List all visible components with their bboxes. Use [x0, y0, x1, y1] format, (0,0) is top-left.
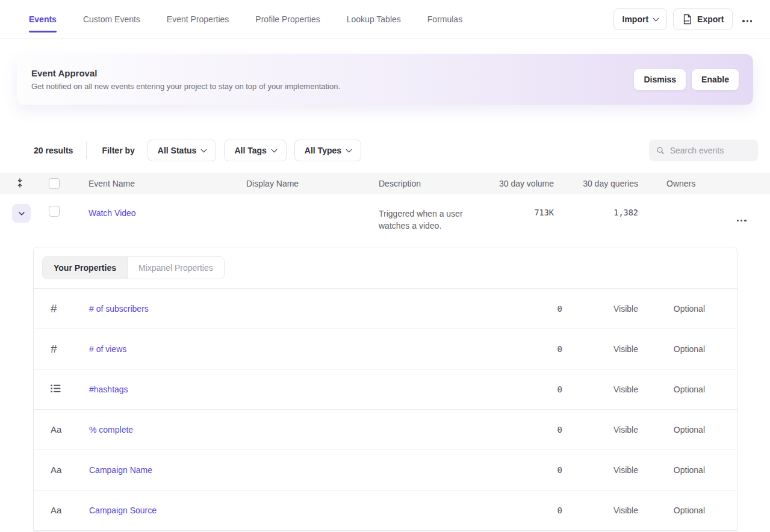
export-button[interactable]: csv Export — [673, 8, 733, 30]
search-input[interactable] — [670, 146, 751, 155]
svg-text:csv: csv — [685, 19, 690, 22]
property-visibility[interactable]: Visible — [562, 344, 638, 354]
chevron-down-icon — [346, 146, 352, 152]
ellipsis-icon — [737, 220, 747, 221]
vertical-divider — [86, 142, 87, 159]
property-requirement[interactable]: Optional — [638, 506, 705, 515]
import-label: Import — [623, 14, 649, 24]
tab-label: Lookup Tables — [347, 14, 401, 24]
tab-custom-events[interactable]: Custom Events — [83, 0, 140, 39]
tab-label: Custom Events — [83, 14, 140, 24]
tab-formulas[interactable]: Formulas — [427, 0, 462, 39]
volume-cell: 713K — [494, 194, 554, 217]
import-button[interactable]: Import — [613, 8, 668, 30]
text-icon: Aa — [51, 424, 61, 435]
number-icon: # — [51, 302, 57, 315]
properties-tabs: Your Properties Mixpanel Properties — [34, 247, 737, 289]
property-count: 0 — [502, 425, 562, 435]
tab-event-properties[interactable]: Event Properties — [167, 0, 229, 39]
select-all-checkbox[interactable] — [49, 178, 60, 189]
property-requirement[interactable]: Optional — [638, 425, 705, 435]
property-visibility[interactable]: Visible — [562, 465, 638, 475]
property-requirement[interactable]: Optional — [638, 304, 705, 314]
queries-cell: 1,382 — [554, 194, 638, 217]
chevron-down-icon — [18, 211, 25, 216]
header-30-day-volume: 30 day volume — [494, 179, 554, 188]
collapse-all-button[interactable] — [16, 178, 24, 188]
chevron-down-icon — [201, 146, 207, 152]
tab-lookup-tables[interactable]: Lookup Tables — [347, 0, 401, 39]
header-description: Description — [379, 179, 494, 188]
ellipsis-icon — [742, 20, 752, 22]
tab-your-properties[interactable]: Your Properties — [43, 257, 128, 279]
enable-button[interactable]: Enable — [692, 69, 739, 90]
text-icon: Aa — [51, 505, 61, 515]
tab-label: Formulas — [427, 14, 462, 24]
banner-description: Get notified on all new events entering … — [31, 82, 340, 91]
text-icon: Aa — [51, 465, 61, 475]
chevron-down-icon — [271, 146, 277, 152]
description-cell: Triggered when a user watches a video. — [379, 194, 494, 232]
property-name-link[interactable]: # of subscribers — [89, 304, 149, 314]
header-30-day-queries: 30 day queries — [554, 179, 638, 188]
export-label: Export — [697, 14, 724, 24]
event-properties-panel: Your Properties Mixpanel Properties # # … — [33, 247, 737, 531]
property-name-link[interactable]: #hashtags — [89, 385, 128, 394]
topbar-actions: Import csv Export — [613, 0, 756, 39]
collapse-row-button[interactable] — [12, 204, 31, 223]
active-tab-underline — [29, 31, 57, 32]
header-display-name: Display Name — [246, 179, 379, 188]
property-count: 0 — [502, 465, 562, 475]
banner-actions: Dismiss Enable — [634, 69, 739, 90]
row-more-options-button[interactable] — [733, 211, 750, 227]
property-row: # # of views 0 Visible Optional — [34, 329, 737, 370]
property-name-link[interactable]: Campaign Name — [89, 465, 152, 475]
property-requirement[interactable]: Optional — [638, 465, 705, 475]
tags-filter-dropdown[interactable]: All Tags — [224, 140, 286, 161]
property-row: Aa Campaign Name 0 Visible Optional — [34, 450, 737, 490]
event-table-row: Watch Video Triggered when a user watche… — [0, 194, 770, 240]
more-options-button[interactable] — [739, 11, 756, 28]
tab-label: Events — [29, 14, 57, 24]
property-visibility[interactable]: Visible — [562, 385, 638, 394]
property-row: # # of subscribers 0 Visible Optional — [34, 289, 737, 329]
filter-toolbar: 20 results Filter by All Status All Tags… — [0, 140, 770, 161]
dismiss-button[interactable]: Dismiss — [634, 69, 686, 90]
events-table-header: Event Name Display Name Description 30 d… — [0, 173, 770, 194]
tab-mixpanel-properties[interactable]: Mixpanel Properties — [128, 257, 224, 279]
collapse-rows-icon — [16, 178, 24, 188]
property-requirement[interactable]: Optional — [638, 385, 705, 394]
property-count: 0 — [502, 304, 562, 314]
types-filter-dropdown[interactable]: All Types — [294, 140, 361, 161]
filter-by-label: Filter by — [102, 146, 134, 155]
csv-file-icon: csv — [682, 14, 692, 25]
tab-label: Profile Properties — [255, 14, 320, 24]
property-visibility[interactable]: Visible — [562, 506, 638, 515]
tab-label: Event Properties — [167, 14, 229, 24]
event-name-link[interactable]: Watch Video — [88, 208, 136, 218]
tab-profile-properties[interactable]: Profile Properties — [255, 0, 320, 39]
number-icon: # — [51, 342, 57, 355]
header-owners: Owners — [638, 179, 719, 188]
properties-segmented-control: Your Properties Mixpanel Properties — [42, 256, 225, 279]
top-navigation-bar: Events Custom Events Event Properties Pr… — [0, 0, 770, 39]
status-filter-dropdown[interactable]: All Status — [147, 140, 217, 161]
event-approval-banner: Event Approval Get notified on all new e… — [17, 54, 753, 105]
search-box — [649, 140, 758, 161]
property-visibility[interactable]: Visible — [562, 425, 638, 435]
property-name-link[interactable]: Campaign Source — [89, 506, 157, 515]
chevron-down-icon — [653, 15, 659, 21]
property-count: 0 — [502, 506, 562, 515]
header-event-name: Event Name — [88, 179, 246, 188]
search-icon — [656, 146, 665, 155]
row-checkbox[interactable] — [49, 206, 60, 217]
property-row: #hashtags 0 Visible Optional — [34, 370, 737, 410]
property-visibility[interactable]: Visible — [562, 304, 638, 314]
property-row: Aa Campaign Source 0 Visible Optional — [34, 490, 737, 531]
property-name-link[interactable]: % complete — [89, 425, 133, 435]
property-name-link[interactable]: # of views — [89, 344, 126, 354]
property-requirement[interactable]: Optional — [638, 344, 705, 354]
lexicon-tabs: Events Custom Events Event Properties Pr… — [29, 0, 462, 39]
property-count: 0 — [502, 344, 562, 354]
tab-events[interactable]: Events — [29, 0, 57, 39]
